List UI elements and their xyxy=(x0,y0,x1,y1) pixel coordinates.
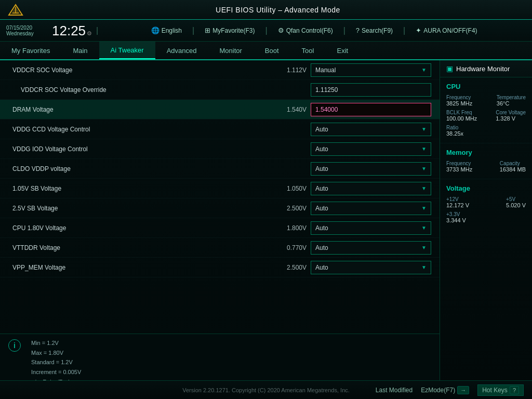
language-control[interactable]: 🌐 English xyxy=(151,26,182,34)
qfan-control[interactable]: ⚙ Qfan Control(F6) xyxy=(278,26,333,34)
setting-value-dram: 1.540V xyxy=(270,106,307,113)
header-title: UEFI BIOS Utility – Advanced Mode xyxy=(30,6,526,14)
ez-mode-button[interactable]: EzMode(F7) → xyxy=(421,386,469,394)
setting-control-vttddr: Auto ▼ xyxy=(311,241,431,255)
date-display: 07/15/2020 xyxy=(6,25,48,31)
dropdown-1v05-sb[interactable]: Auto ▼ xyxy=(311,182,431,195)
chevron-down-icon: ▼ xyxy=(421,245,427,250)
search-label: Search(F9) xyxy=(362,27,393,34)
info-panel: i Min = 1.2V Max = 1.80V Standard = 1.2V… xyxy=(0,334,440,380)
nav-exit[interactable]: Exit xyxy=(325,42,360,59)
hw-voltage-section: Voltage +12V 12.172 V +5V 5.020 V +3.3V … xyxy=(440,179,532,230)
settings-gear-icon[interactable]: ⚙ xyxy=(87,30,92,36)
myfavorite-control[interactable]: ⊞ MyFavorite(F3) xyxy=(205,26,255,34)
hot-keys-button[interactable]: Hot Keys ? xyxy=(477,384,524,396)
table-row: VPP_MEM Voltage 2.500V Auto ▼ xyxy=(0,258,440,277)
hw-value: 1.328 V xyxy=(496,115,526,122)
setting-name-vddg-ccd: VDDG CCD Voltage Control xyxy=(8,126,270,133)
setting-value-vttddr: 0.770V xyxy=(270,244,307,251)
nav-ai-tweaker[interactable]: Ai Tweaker xyxy=(99,42,155,59)
last-modified-label: Last Modified xyxy=(376,387,413,394)
setting-name-2v5-sb: 2.5V SB Voltage xyxy=(8,205,270,212)
setting-value-cpu-1v8: 1.800V xyxy=(270,224,307,232)
dropdown-vpp-mem[interactable]: Auto ▼ xyxy=(311,261,431,274)
hw-cpu-title: CPU xyxy=(446,83,526,90)
hw-value: 38.25x xyxy=(446,130,463,137)
nav-main[interactable]: Main xyxy=(61,42,99,59)
hw-monitor-header: ▣ Hardware Monitor xyxy=(440,60,532,77)
hw-row: Frequency 3825 MHz Temperature 36°C xyxy=(446,95,526,107)
setting-control-1v05-sb: Auto ▼ xyxy=(311,182,431,195)
main-content: VDDCR SOC Voltage 1.112V Manual ▼ VDDCR … xyxy=(0,60,532,380)
datetime-left: 07/15/2020 Wednesday xyxy=(6,25,48,36)
hw-voltage-title: Voltage xyxy=(446,184,526,192)
nav-my-favorites[interactable]: My Favorites xyxy=(0,42,61,59)
dropdown-cpu-1v8[interactable]: Auto ▼ xyxy=(311,221,431,235)
setting-control-vpp-mem: Auto ▼ xyxy=(311,261,431,274)
monitor-icon: ▣ xyxy=(446,64,453,73)
hw-label: +12V xyxy=(446,196,469,202)
dropdown-vddg-ccd[interactable]: Auto ▼ xyxy=(311,123,431,136)
hw-value: 36°C xyxy=(497,100,526,107)
setting-control-cldo: Auto ▼ xyxy=(311,162,431,176)
search-control[interactable]: ? Search(F9) xyxy=(356,26,393,34)
hotkeys-question-icon: ? xyxy=(510,386,519,394)
table-row: CPU 1.80V Voltage 1.800V Auto ▼ xyxy=(0,218,440,238)
nav-tool[interactable]: Tool xyxy=(290,42,326,59)
setting-name-vpp-mem: VPP_MEM Voltage xyxy=(8,264,270,271)
hw-value: 12.172 V xyxy=(446,202,469,208)
input-dram-voltage[interactable]: 1.54000 xyxy=(311,103,431,116)
hw-label: +5V xyxy=(506,196,526,202)
chevron-down-icon: ▼ xyxy=(421,185,427,191)
table-row: VDDG IOD Voltage Control Auto ▼ xyxy=(0,139,440,159)
info-text: Min = 1.2V Max = 1.80V Standard = 1.2V I… xyxy=(31,338,81,376)
hw-label: Temperature xyxy=(497,95,526,100)
setting-value-vpp-mem: 2.500V xyxy=(270,264,307,271)
hw-value: 16384 MB xyxy=(500,166,526,172)
arrow-right-icon: → xyxy=(457,386,469,394)
nav-monitor[interactable]: Monitor xyxy=(208,42,254,59)
settings-panel: VDDCR SOC Voltage 1.112V Manual ▼ VDDCR … xyxy=(0,60,440,380)
footer-right: Last Modified EzMode(F7) → Hot Keys ? xyxy=(376,384,524,396)
chevron-down-icon: ▼ xyxy=(421,205,427,211)
time-display: 12:25⚙ xyxy=(52,24,92,37)
dropdown-cldo[interactable]: Auto ▼ xyxy=(311,162,431,176)
fan-icon: ⚙ xyxy=(278,26,284,34)
language-label: English xyxy=(162,27,182,34)
hw-value: 3.344 V xyxy=(446,217,466,223)
table-row: VDDCR SOC Voltage Override 1.11250 xyxy=(0,80,440,100)
setting-name-1v05-sb: 1.05V SB Voltage xyxy=(8,185,270,192)
last-modified-button[interactable]: Last Modified xyxy=(376,387,413,394)
hw-row: Ratio 38.25x xyxy=(446,125,526,137)
dropdown-2v5-sb[interactable]: Auto ▼ xyxy=(311,202,431,215)
nav-advanced[interactable]: Advanced xyxy=(155,42,208,59)
favorite-icon: ⊞ xyxy=(205,26,210,34)
setting-name-vttddr: VTTDDR Voltage xyxy=(8,244,270,251)
dropdown-vddg-iod[interactable]: Auto ▼ xyxy=(311,142,431,156)
chevron-down-icon: ▼ xyxy=(421,67,427,73)
input-vddcr-override[interactable]: 1.11250 xyxy=(311,83,431,97)
setting-value-1v05-sb: 1.050V xyxy=(270,185,307,192)
dropdown-vddcr-soc[interactable]: Manual ▼ xyxy=(311,63,431,77)
hw-label: BCLK Freq xyxy=(446,110,477,115)
aura-label: AURA ON/OFF(F4) xyxy=(423,27,477,34)
chevron-down-icon: ▼ xyxy=(421,146,427,152)
hw-value: 5.020 V xyxy=(506,202,526,208)
nav-boot[interactable]: Boot xyxy=(254,42,290,59)
setting-name-vddcr-override: VDDCR SOC Voltage Override xyxy=(8,86,270,94)
dropdown-vttddr[interactable]: Auto ▼ xyxy=(311,241,431,255)
setting-control-vddcr-override: 1.11250 xyxy=(311,83,431,97)
aura-icon: ✦ xyxy=(416,26,421,34)
hw-row: +3.3V 3.344 V xyxy=(446,211,526,223)
hw-value: 3733 MHz xyxy=(446,166,472,172)
aura-control[interactable]: ✦ AURA ON/OFF(F4) xyxy=(416,26,477,34)
hot-keys-label: Hot Keys xyxy=(482,387,508,394)
hw-value: 3825 MHz xyxy=(446,100,472,107)
hw-label: Core Voltage xyxy=(496,110,526,115)
setting-name-cldo: CLDO VDDP voltage xyxy=(8,165,270,172)
hw-label: +3.3V xyxy=(446,211,466,217)
table-row: CLDO VDDP voltage Auto ▼ xyxy=(0,159,440,179)
setting-control-vddg-iod: Auto ▼ xyxy=(311,142,431,156)
setting-value-2v5-sb: 2.500V xyxy=(270,205,307,212)
ez-mode-label: EzMode(F7) xyxy=(421,387,455,394)
